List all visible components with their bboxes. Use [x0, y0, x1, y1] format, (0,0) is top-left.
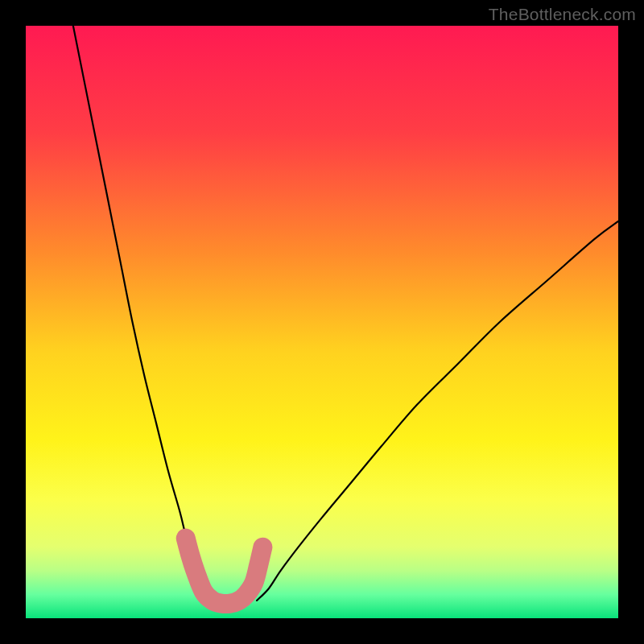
plot-area	[26, 26, 618, 618]
svg-rect-0	[26, 26, 618, 618]
chart-frame: TheBottleneck.com	[0, 0, 644, 644]
chart-svg	[26, 26, 618, 618]
watermark-text: TheBottleneck.com	[489, 5, 636, 24]
